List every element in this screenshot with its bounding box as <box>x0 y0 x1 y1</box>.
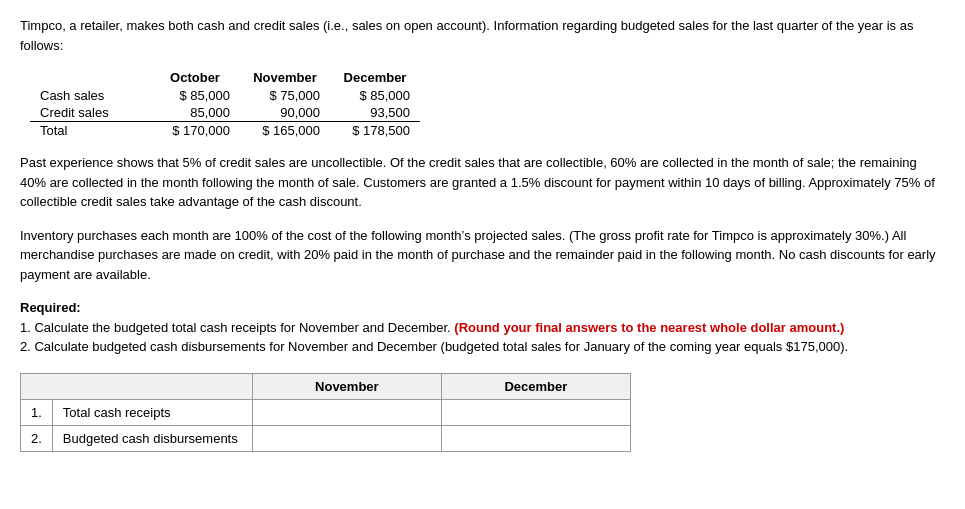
row1-label: Total cash receipts <box>52 399 252 425</box>
intro-text: Timpco, a retailer, makes both cash and … <box>20 16 945 55</box>
col-header-december: December <box>330 69 420 87</box>
row2-november-cell[interactable] <box>252 425 441 451</box>
row2-december-input[interactable] <box>452 431 620 446</box>
cash-sales-label: Cash sales <box>30 87 150 104</box>
total-october: $ 170,000 <box>150 122 240 140</box>
row1-november-input[interactable] <box>263 405 431 420</box>
col-header-october: October <box>150 69 240 87</box>
total-december: $ 178,500 <box>330 122 420 140</box>
cash-sales-october: $ 85,000 <box>150 87 240 104</box>
required-item1-normal: 1. Calculate the budgeted total cash rec… <box>20 320 451 335</box>
total-november: $ 165,000 <box>240 122 330 140</box>
credit-sales-october: 85,000 <box>150 104 240 122</box>
credit-sales-december: 93,500 <box>330 104 420 122</box>
table-row: 2. Budgeted cash disbursements <box>21 425 631 451</box>
answer-header-december: December <box>441 373 630 399</box>
answer-header-november: November <box>252 373 441 399</box>
row2-november-input[interactable] <box>263 431 431 446</box>
row1-december-input[interactable] <box>452 405 620 420</box>
answer-table-wrapper: November December 1. Total cash receipts… <box>20 373 945 452</box>
col-header-november: November <box>240 69 330 87</box>
paragraph1: Past experience shows that 5% of credit … <box>20 153 945 212</box>
cash-sales-november: $ 75,000 <box>240 87 330 104</box>
sales-table: October November December Cash sales $ 8… <box>30 69 420 139</box>
total-label: Total <box>30 122 150 140</box>
required-section: Required: 1. Calculate the budgeted tota… <box>20 298 945 357</box>
row2-num: 2. <box>21 425 53 451</box>
required-item1-bold: (Round your final answers to the nearest… <box>454 320 844 335</box>
required-title: Required: <box>20 300 81 315</box>
row1-num: 1. <box>21 399 53 425</box>
row2-december-cell[interactable] <box>441 425 630 451</box>
row2-label: Budgeted cash disbursements <box>52 425 252 451</box>
table-row: 1. Total cash receipts <box>21 399 631 425</box>
credit-sales-november: 90,000 <box>240 104 330 122</box>
answer-table: November December 1. Total cash receipts… <box>20 373 631 452</box>
row1-november-cell[interactable] <box>252 399 441 425</box>
paragraph2: Inventory purchases each month are 100% … <box>20 226 945 285</box>
cash-sales-december: $ 85,000 <box>330 87 420 104</box>
credit-sales-label: Credit sales <box>30 104 150 122</box>
row1-december-cell[interactable] <box>441 399 630 425</box>
answer-table-empty-header <box>21 373 253 399</box>
required-item2: 2. Calculate budgeted cash disbursements… <box>20 337 945 357</box>
